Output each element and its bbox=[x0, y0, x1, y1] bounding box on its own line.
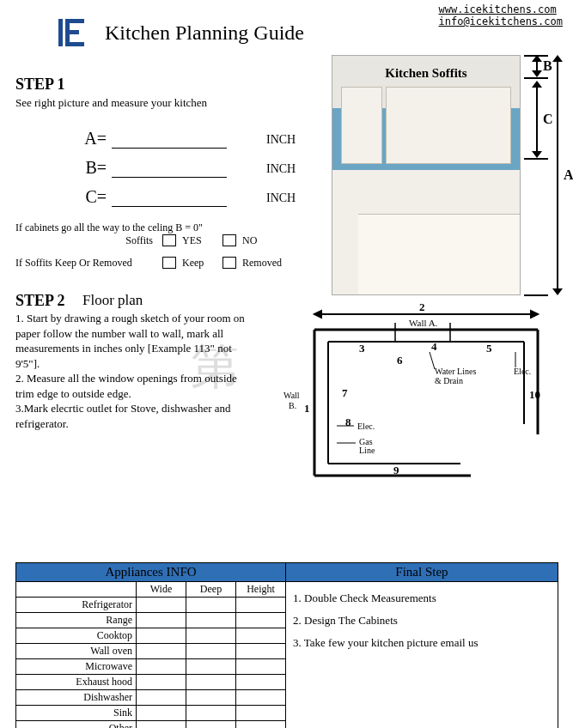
final-step-2: 2. Design The Cabinets bbox=[293, 610, 551, 632]
svg-line-26 bbox=[430, 352, 435, 369]
svg-text:Wall A.: Wall A. bbox=[409, 318, 438, 328]
soffit-label: Kitchen Soffits bbox=[332, 66, 520, 81]
measure-label-a: A= bbox=[77, 129, 107, 149]
measure-input-a[interactable] bbox=[112, 131, 227, 149]
svg-text:Wall: Wall bbox=[283, 391, 300, 400]
svg-marker-7 bbox=[531, 311, 538, 318]
svg-text:5: 5 bbox=[486, 342, 492, 355]
measure-row-b: B= INCH bbox=[77, 158, 296, 178]
step2-heading: STEP 2 bbox=[15, 292, 65, 310]
logo-icon bbox=[53, 15, 88, 50]
checkbox-keep[interactable] bbox=[162, 257, 176, 269]
col-deep: Deep bbox=[186, 582, 236, 598]
measure-unit-a: INCH bbox=[266, 133, 296, 147]
col-height: Height bbox=[236, 582, 286, 598]
measure-unit-b: INCH bbox=[266, 162, 296, 176]
keep-label: If Soffits Keep Or Removed bbox=[15, 257, 160, 270]
final-step-header: Final Step bbox=[286, 563, 558, 582]
svg-text:B.: B. bbox=[289, 401, 296, 410]
measure-input-b[interactable] bbox=[112, 161, 227, 178]
hash-c bbox=[524, 158, 548, 160]
no-label: NO bbox=[242, 234, 280, 247]
removed-text: Removed bbox=[242, 257, 280, 270]
dim-a-label: A bbox=[564, 167, 573, 183]
measure-label-b: B= bbox=[77, 158, 107, 178]
svg-text:Elec.: Elec. bbox=[514, 367, 531, 376]
svg-text:& Drain: & Drain bbox=[435, 376, 463, 385]
title-row: Kitchen Planning Guide bbox=[53, 15, 304, 50]
col-wide: Wide bbox=[137, 582, 186, 598]
checkbox-yes[interactable] bbox=[162, 234, 176, 246]
lower-cabinets bbox=[358, 214, 520, 294]
measure-unit-c: INCH bbox=[266, 191, 296, 205]
step1-instruction: See right picture and measure your kitch… bbox=[15, 96, 207, 110]
final-step-cell: 1. Double Check Measurements 2. Design T… bbox=[286, 582, 558, 729]
measure-input-c[interactable] bbox=[112, 190, 227, 207]
svg-rect-4 bbox=[65, 30, 79, 34]
svg-text:10: 10 bbox=[529, 388, 540, 401]
appliances-header: Appliances INFO bbox=[16, 563, 286, 582]
measure-label-c: C= bbox=[77, 187, 107, 207]
page-title: Kitchen Planning Guide bbox=[105, 21, 304, 45]
website-link[interactable]: www.icekitchens.com bbox=[439, 3, 564, 15]
header-links: www.icekitchens.com info@icekitchens.com bbox=[439, 3, 564, 27]
dimension-a: A bbox=[546, 55, 570, 295]
svg-rect-0 bbox=[58, 19, 63, 46]
upper-cabinet-right bbox=[386, 87, 511, 164]
svg-text:6: 6 bbox=[397, 354, 403, 367]
email-link[interactable]: info@icekitchens.com bbox=[439, 15, 564, 27]
measure-row-a: A= INCH bbox=[77, 129, 296, 149]
svg-text:4: 4 bbox=[431, 340, 437, 353]
svg-text:7: 7 bbox=[342, 386, 348, 399]
svg-text:9: 9 bbox=[393, 464, 399, 476]
keep-row: If Soffits Keep Or Removed Keep Removed bbox=[15, 256, 325, 270]
measure-row-c: C= INCH bbox=[77, 187, 296, 207]
svg-text:1: 1 bbox=[304, 402, 310, 415]
ceiling-note: If cabinets go all the way to the celing… bbox=[15, 221, 203, 234]
floor-plan-sketch: 2 Wall A. 3 4 5 6 7 8 9 10 1 Water Lines… bbox=[266, 299, 555, 494]
svg-text:2: 2 bbox=[419, 300, 425, 313]
kitchen-photo: Kitchen Soffits bbox=[332, 55, 521, 295]
step2-subheading: Floor plan bbox=[82, 292, 143, 309]
water-lines-label: Water Lines bbox=[435, 367, 476, 376]
final-step-1: 1. Double Check Measurements bbox=[293, 587, 551, 610]
svg-marker-6 bbox=[314, 311, 321, 318]
hash-bottom bbox=[524, 294, 548, 296]
final-step-3: 3. Take few your kitchen picture email u… bbox=[293, 632, 551, 654]
appliance-table: Appliances INFO Final Step Wide Deep Hei… bbox=[15, 562, 558, 728]
yes-label: YES bbox=[182, 234, 220, 247]
svg-text:3: 3 bbox=[359, 342, 365, 355]
hash-b bbox=[524, 77, 548, 79]
upper-cabinet-left bbox=[341, 87, 382, 164]
soffits-label: Soffits bbox=[15, 234, 160, 247]
svg-text:Line: Line bbox=[359, 446, 375, 455]
svg-text:8: 8 bbox=[345, 416, 351, 428]
step2-body: 1. Start by drawing a rough sketch of yo… bbox=[15, 311, 246, 431]
checkbox-removed[interactable] bbox=[222, 257, 236, 269]
svg-text:Elec.: Elec. bbox=[357, 422, 375, 431]
checkbox-no[interactable] bbox=[222, 234, 236, 246]
keep-text: Keep bbox=[182, 257, 220, 270]
step1-heading: STEP 1 bbox=[15, 76, 65, 94]
soffits-row: Soffits YES NO bbox=[15, 234, 316, 247]
